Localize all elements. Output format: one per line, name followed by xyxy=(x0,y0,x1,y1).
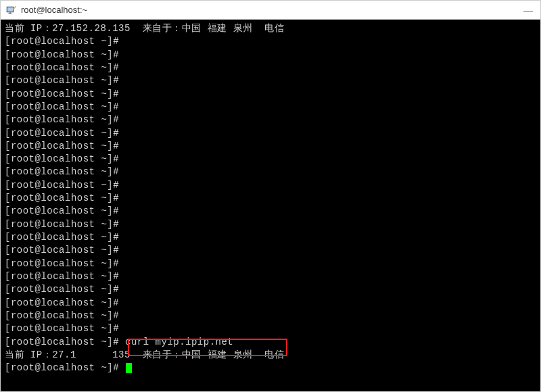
prompt-line: [root@localhost ~]# xyxy=(5,101,536,114)
prompt-line: [root@localhost ~]# xyxy=(5,88,536,101)
prompt-line: [root@localhost ~]# xyxy=(5,322,536,335)
prompt-line: [root@localhost ~]# xyxy=(5,127,536,140)
prompt-line: [root@localhost ~]# xyxy=(5,205,536,218)
prompt-line: [root@localhost ~]# xyxy=(5,74,536,87)
terminal-area[interactable]: 当前 IP：27.152.28.135 来自于：中国 福建 泉州 电信 [roo… xyxy=(1,20,540,391)
prompt-line: [root@localhost ~]# xyxy=(5,192,536,205)
svg-rect-2 xyxy=(9,12,11,14)
prompt-line: [root@localhost ~]# xyxy=(5,35,536,48)
prompt-line: [root@localhost ~]# xyxy=(5,218,536,231)
svg-rect-3 xyxy=(8,14,12,14)
prompt-line: [root@localhost ~]# xyxy=(5,244,536,257)
cursor xyxy=(126,363,132,373)
prompt-line: [root@localhost ~]# xyxy=(5,140,536,153)
prompt-line: [root@localhost ~]# xyxy=(5,49,536,62)
prompt-line: [root@localhost ~]# xyxy=(5,270,536,283)
minimize-button[interactable]: — xyxy=(521,5,535,16)
prompt-line: [root@localhost ~]# xyxy=(5,62,536,74)
prompt-line: [root@localhost ~]# xyxy=(5,310,536,322)
window-controls: — xyxy=(521,5,535,16)
prompt-line: [root@localhost ~]# xyxy=(5,231,536,244)
command-text: curl myip.ipip.net xyxy=(119,337,233,347)
prompt-text: [root@localhost ~]# xyxy=(5,337,119,347)
svg-rect-1 xyxy=(7,7,13,11)
ip-output-line-2: 当前 IP：27.1 135 来自于：中国 福建 泉州 电信 xyxy=(5,349,536,362)
prompt-line: [root@localhost ~]# xyxy=(5,283,536,296)
ip-output-line: 当前 IP：27.152.28.135 来自于：中国 福建 泉州 电信 xyxy=(5,22,536,35)
title-bar: root@localhost:~ — xyxy=(1,1,540,20)
terminal-window: root@localhost:~ — 当前 IP：27.152.28.135 来… xyxy=(0,0,541,392)
prompt-line: [root@localhost ~]# xyxy=(5,153,536,166)
putty-icon xyxy=(6,5,17,16)
current-prompt-line: [root@localhost ~]# xyxy=(5,362,536,374)
prompt-line: [root@localhost ~]# xyxy=(5,166,536,178)
prompt-text: [root@localhost ~]# xyxy=(5,362,119,373)
prompt-line: [root@localhost ~]# xyxy=(5,114,536,126)
prompt-line: [root@localhost ~]# xyxy=(5,258,536,270)
prompt-line: [root@localhost ~]# xyxy=(5,179,536,192)
window-title: root@localhost:~ xyxy=(21,5,521,15)
prompt-line: [root@localhost ~]# xyxy=(5,297,536,310)
command-line: [root@localhost ~]# curl myip.ipip.net xyxy=(5,336,536,349)
